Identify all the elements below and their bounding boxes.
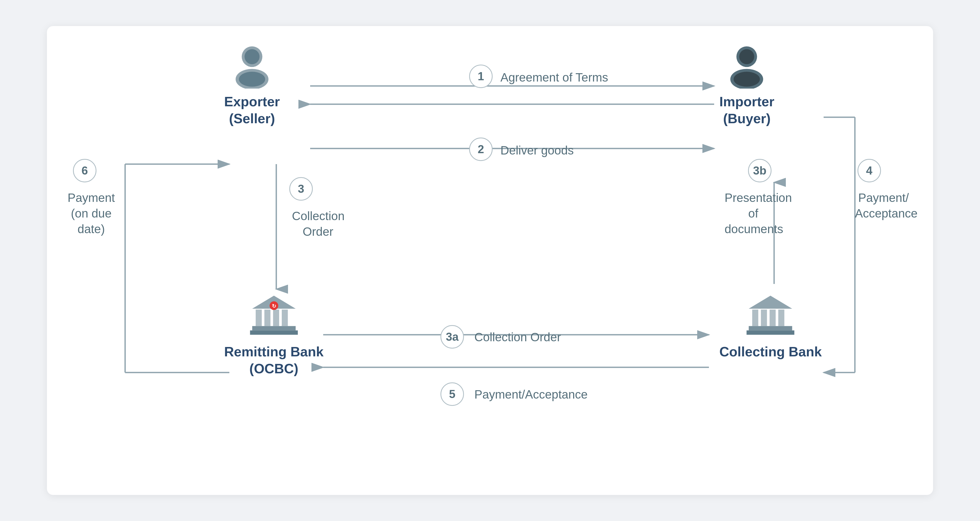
svg-rect-31 [250, 330, 298, 335]
svg-rect-37 [770, 310, 776, 326]
svg-rect-30 [252, 326, 296, 330]
step-5-circle: 5 [441, 383, 464, 406]
step-3b-label: Presentationofdocuments [725, 190, 782, 237]
step-1-label: Agreement of Terms [500, 70, 608, 86]
svg-rect-26 [256, 310, 262, 326]
svg-point-20 [239, 71, 265, 87]
step-3a-label: Collection Order [474, 330, 561, 345]
collecting-bank-icon [745, 292, 797, 339]
step-3a-circle: 3a [441, 325, 464, 349]
step-6-label: Payment(on due date) [62, 190, 120, 237]
step-3-circle: 3 [289, 177, 313, 200]
importer-icon [723, 42, 770, 89]
svg-rect-40 [747, 330, 794, 335]
svg-point-19 [245, 49, 259, 64]
svg-rect-35 [752, 310, 758, 326]
step-3b-circle: 3b [748, 159, 772, 183]
importer-label: Importer (Buyer) [719, 93, 774, 127]
step-3-label: CollectionOrder [292, 208, 344, 240]
step-6-circle: 6 [73, 159, 96, 183]
svg-rect-27 [264, 310, 270, 326]
step-4-label: Payment/Acceptance [855, 190, 912, 221]
remitting-bank-label: Remitting Bank (OCBC) [224, 343, 323, 377]
exporter-label: Exporter (Seller) [224, 93, 280, 127]
svg-marker-34 [749, 295, 792, 309]
svg-rect-39 [749, 326, 792, 330]
step-1-circle: 1 [469, 65, 493, 88]
step-5-label: Payment/Acceptance [474, 387, 588, 402]
collecting-bank-actor: Collecting Bank [719, 292, 822, 360]
arrows-svg [47, 26, 933, 495]
svg-text:↻: ↻ [272, 303, 276, 309]
svg-point-24 [734, 71, 760, 87]
svg-rect-29 [282, 310, 288, 326]
step-2-circle: 2 [469, 138, 493, 161]
svg-rect-38 [778, 310, 784, 326]
svg-rect-28 [273, 310, 279, 326]
svg-rect-36 [761, 310, 767, 326]
step-4-circle: 4 [858, 159, 881, 183]
remitting-bank-icon: ↻ [248, 292, 300, 339]
diagram-container: Exporter (Seller) Importer (Buyer) ↻ [47, 26, 933, 495]
collecting-bank-label: Collecting Bank [719, 343, 822, 360]
importer-actor: Importer (Buyer) [719, 42, 774, 127]
remitting-bank-actor: ↻ Remitting Bank (OCBC) [224, 292, 323, 377]
exporter-actor: Exporter (Seller) [224, 42, 280, 127]
step-2-label: Deliver goods [500, 143, 574, 158]
svg-point-23 [740, 49, 754, 64]
exporter-icon [229, 42, 275, 89]
